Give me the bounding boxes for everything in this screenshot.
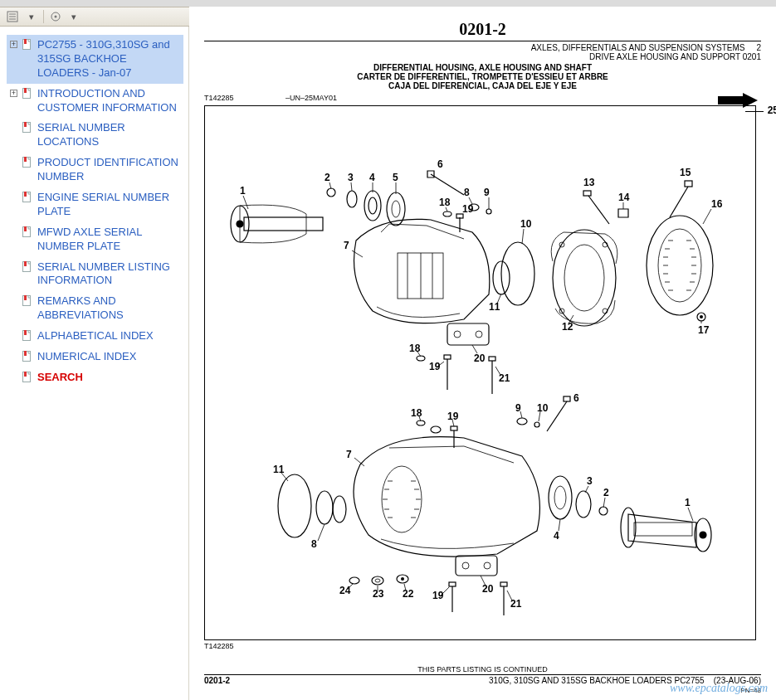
svg-point-167	[599, 507, 608, 515]
watermark: www.epcatalogs.com	[670, 682, 768, 695]
bookmark-icon	[22, 226, 32, 238]
svg-rect-21	[24, 295, 27, 300]
chevron-down-icon[interactable]: ▾	[67, 10, 81, 23]
parts-diagram: 1 2 3 4 5 6	[215, 116, 746, 630]
svg-rect-194	[456, 556, 497, 576]
svg-point-111	[700, 315, 703, 318]
bookmark-icon	[22, 330, 32, 342]
svg-text:6: 6	[437, 158, 443, 170]
svg-rect-13	[24, 157, 27, 162]
svg-rect-30	[244, 217, 323, 231]
sidebar-item-serial-locations[interactable]: SERIAL NUMBER LOCATIONS	[7, 118, 183, 153]
svg-text:21: 21	[510, 598, 522, 610]
svg-text:20: 20	[482, 583, 494, 595]
svg-text:16: 16	[711, 198, 723, 210]
svg-text:10: 10	[520, 218, 532, 230]
sidebar-item-label: SERIAL NUMBER LISTING INFORMATION	[37, 260, 180, 289]
toolbar-separator	[43, 10, 44, 23]
svg-rect-119	[444, 355, 451, 359]
sidebar-item-engine-serial[interactable]: ENGINE SERIAL NUMBER PLATE	[7, 187, 183, 222]
sidebar-item-remarks[interactable]: REMARKS AND ABBREVIATIONS	[7, 291, 183, 326]
figure-date: –UN–25MAY01	[286, 94, 337, 102]
sidebar-item-label: NUMERICAL INDEX	[37, 350, 180, 364]
sidebar-item-label: ENGINE SERIAL NUMBER PLATE	[37, 191, 180, 219]
svg-text:1: 1	[240, 185, 246, 197]
svg-rect-130	[564, 396, 570, 401]
outline-icon[interactable]	[7, 10, 20, 23]
svg-rect-17	[24, 226, 27, 231]
svg-text:11: 11	[273, 464, 285, 475]
bookmark-icon	[22, 295, 32, 307]
svg-line-166	[585, 486, 588, 493]
svg-text:14: 14	[618, 192, 630, 203]
section-header: AXLES, DIFFERENTIALS AND SUSPENSION SYST…	[204, 41, 761, 61]
sidebar-item-label: INTRODUCTION AND CUSTOMER INFORMATION	[37, 87, 180, 115]
svg-text:2: 2	[325, 172, 330, 183]
sidebar-item-label: ALPHABETICAL INDEX	[37, 329, 180, 343]
sidebar-item-search[interactable]: SEARCH	[7, 367, 183, 388]
svg-point-141	[517, 418, 527, 425]
footer-pagenum: 0201-2	[204, 676, 230, 694]
sidebar-item-numeric-index[interactable]: NUMERICAL INDEX	[7, 347, 183, 367]
svg-text:19: 19	[429, 361, 441, 372]
callout-25: 25	[768, 105, 776, 116]
svg-text:15: 15	[680, 167, 691, 178]
svg-point-69	[501, 242, 534, 305]
svg-rect-15	[24, 192, 27, 197]
svg-point-187	[375, 579, 380, 582]
svg-line-126	[495, 367, 500, 375]
svg-rect-84	[583, 191, 591, 196]
svg-line-83	[588, 196, 609, 224]
svg-point-76	[564, 245, 604, 311]
bookmark-icon	[22, 372, 32, 383]
svg-text:8: 8	[311, 538, 317, 550]
svg-point-183	[349, 577, 359, 584]
svg-point-180	[333, 496, 346, 523]
svg-point-136	[431, 426, 441, 433]
svg-point-45	[392, 201, 400, 217]
bookmark-icon	[22, 88, 32, 100]
figure-title-en: DIFFERENTIAL HOUSING, AXLE HOUSING AND S…	[204, 63, 761, 72]
svg-text:4: 4	[554, 530, 559, 542]
svg-point-164	[576, 491, 591, 518]
svg-point-196	[484, 562, 490, 569]
svg-text:4: 4	[369, 172, 375, 183]
svg-text:17: 17	[698, 324, 710, 336]
svg-point-37	[347, 191, 357, 207]
figure-ref-bottom: T142285	[204, 642, 761, 650]
expand-icon[interactable]: +	[10, 41, 17, 48]
section-num: 2	[756, 43, 761, 52]
sidebar-item-alpha-index[interactable]: ALPHABETICAL INDEX	[7, 326, 183, 347]
bookmarks-toolbar: ▾ ▾	[0, 7, 189, 27]
svg-rect-90	[685, 181, 692, 187]
svg-text:5: 5	[393, 172, 398, 183]
svg-point-191	[401, 577, 404, 581]
sidebar-item-intro[interactable]: + INTRODUCTION AND CUSTOMER INFORMATION	[7, 84, 183, 119]
sidebar-item-title[interactable]: + PC2755 - 310G,310SG and 315SG BACKHOE …	[7, 35, 183, 84]
sidebar-item-label: REMARKS AND ABBREVIATIONS	[37, 294, 180, 323]
document-page: 0201-2 AXLES, DIFFERENTIALS AND SUSPENSI…	[189, 7, 776, 700]
svg-text:9: 9	[484, 187, 490, 198]
options-icon[interactable]	[49, 10, 62, 23]
section-subtitle: DRIVE AXLE HOUSING AND SUPPORT 0201	[589, 52, 761, 61]
svg-point-60	[486, 209, 491, 214]
expand-icon[interactable]: +	[10, 90, 17, 97]
sidebar-item-serial-listing[interactable]: SERIAL NUMBER LISTING INFORMATION	[7, 257, 183, 292]
svg-text:19: 19	[432, 590, 444, 601]
svg-point-5	[55, 16, 57, 18]
svg-text:21: 21	[499, 372, 510, 384]
svg-text:18: 18	[411, 407, 422, 419]
svg-line-175	[688, 508, 693, 521]
svg-rect-51	[398, 253, 443, 299]
svg-rect-171	[634, 523, 692, 536]
sidebar-item-pid[interactable]: PRODUCT IDENTIFICATION NUMBER	[7, 153, 183, 187]
svg-marker-86	[618, 209, 628, 217]
svg-point-116	[476, 331, 482, 338]
sidebar-item-mfwd-serial[interactable]: MFWD AXLE SERIAL NUMBER PLATE	[7, 222, 183, 257]
chevron-down-icon[interactable]: ▾	[25, 10, 38, 23]
page-number: 0201-2	[204, 20, 761, 39]
svg-text:1: 1	[685, 497, 691, 508]
svg-text:7: 7	[344, 240, 349, 251]
svg-text:3: 3	[348, 172, 354, 183]
bookmark-icon	[22, 39, 32, 51]
